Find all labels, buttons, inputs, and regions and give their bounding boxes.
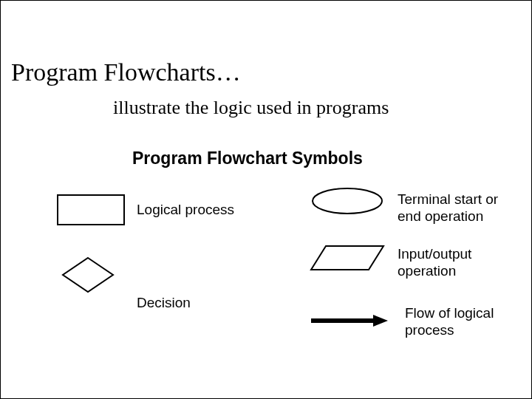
terminal-ellipse-icon (311, 187, 383, 215)
svg-point-1 (313, 188, 382, 214)
svg-marker-2 (311, 246, 383, 270)
terminal-label: Terminal start or end operation (398, 191, 516, 225)
process-rectangle-icon (57, 194, 125, 225)
decision-diamond-icon (63, 258, 113, 292)
io-label: Input/output operation (398, 246, 516, 280)
svg-marker-0 (63, 258, 113, 292)
io-parallelogram-icon (311, 245, 385, 271)
flow-label: Flow of logical process (405, 305, 523, 339)
section-heading: Program Flowchart Symbols (132, 149, 363, 168)
slide: Program Flowcharts… illustrate the logic… (0, 0, 532, 399)
slide-subtitle: illustrate the logic used in programs (113, 97, 389, 119)
flow-arrow-icon (311, 315, 388, 327)
process-label: Logical process (137, 202, 234, 219)
decision-label: Decision (137, 295, 191, 312)
slide-title: Program Flowcharts… (11, 58, 241, 86)
svg-marker-4 (373, 315, 388, 327)
